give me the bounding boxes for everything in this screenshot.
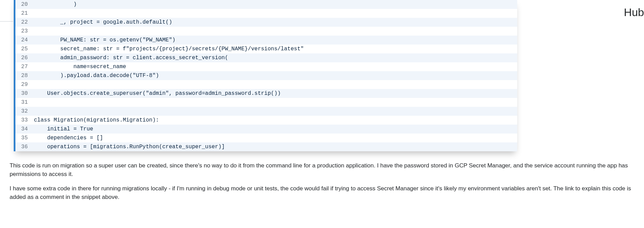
prose-paragraph: I have some extra code in there for runn… bbox=[10, 185, 634, 201]
code-line: 23 bbox=[15, 27, 517, 36]
line-text bbox=[32, 98, 34, 107]
line-number: 26 bbox=[15, 53, 32, 62]
line-number: 31 bbox=[15, 98, 32, 107]
line-number: 22 bbox=[15, 18, 32, 27]
code-line: 32 bbox=[15, 107, 517, 116]
code-line: 35 dependencies = [] bbox=[15, 134, 517, 142]
line-number: 25 bbox=[15, 45, 32, 53]
line-number: 34 bbox=[15, 125, 32, 134]
page-fragment-hub: Hub bbox=[624, 4, 644, 21]
line-text: _, project = google.auth.default() bbox=[32, 18, 172, 27]
line-text: initial = True bbox=[32, 125, 93, 134]
line-number: 35 bbox=[15, 134, 32, 142]
code-line: 26 admin_password: str = client.access_s… bbox=[15, 53, 517, 62]
line-text: ).payload.data.decode("UTF-8") bbox=[32, 71, 159, 80]
prose-paragraph: This code is run on migration so a super… bbox=[10, 162, 634, 178]
code-line: 33class Migration(migrations.Migration): bbox=[15, 116, 517, 125]
line-number: 32 bbox=[15, 107, 32, 116]
code-line: 24 PW_NAME: str = os.getenv("PW_NAME") bbox=[15, 36, 517, 45]
line-text: PW_NAME: str = os.getenv("PW_NAME") bbox=[32, 36, 175, 45]
line-text: dependencies = [] bbox=[32, 134, 103, 142]
line-number: 24 bbox=[15, 36, 32, 45]
code-line: 25 secret_name: str = f"projects/{projec… bbox=[15, 45, 517, 53]
code-line: 36 operations = [migrations.RunPython(cr… bbox=[15, 142, 517, 151]
code-line: 29 bbox=[15, 80, 517, 89]
article-prose: This code is run on migration so a super… bbox=[10, 162, 634, 202]
line-number: 30 bbox=[15, 89, 32, 98]
line-text: admin_password: str = client.access_secr… bbox=[32, 53, 228, 62]
code-line: 30 User.objects.create_superuser("admin"… bbox=[15, 89, 517, 98]
line-text: ) bbox=[32, 0, 77, 9]
decorative-border bbox=[0, 21, 13, 22]
line-text: secret_name: str = f"projects/{project}/… bbox=[32, 45, 304, 53]
line-number: 33 bbox=[15, 116, 32, 125]
line-text: name=secret_name bbox=[32, 62, 126, 71]
line-number: 28 bbox=[15, 71, 32, 80]
code-block: 20 )2122 _, project = google.auth.defaul… bbox=[14, 0, 517, 151]
code-line: 28 ).payload.data.decode("UTF-8") bbox=[15, 71, 517, 80]
line-text: class Migration(migrations.Migration): bbox=[32, 116, 159, 125]
code-line: 34 initial = True bbox=[15, 125, 517, 134]
code-line: 21 bbox=[15, 9, 517, 18]
line-number: 36 bbox=[15, 142, 32, 151]
code-line: 20 ) bbox=[15, 0, 517, 9]
line-text bbox=[32, 107, 34, 116]
line-text bbox=[32, 27, 34, 36]
line-number: 23 bbox=[15, 27, 32, 36]
line-number: 21 bbox=[15, 9, 32, 18]
line-number: 20 bbox=[15, 0, 32, 9]
line-text bbox=[32, 80, 34, 89]
line-text: User.objects.create_superuser("admin", p… bbox=[32, 89, 281, 98]
line-text: operations = [migrations.RunPython(creat… bbox=[32, 142, 225, 151]
code-line: 27 name=secret_name bbox=[15, 62, 517, 71]
line-number: 27 bbox=[15, 62, 32, 71]
code-line: 31 bbox=[15, 98, 517, 107]
code-line: 22 _, project = google.auth.default() bbox=[15, 18, 517, 27]
line-text bbox=[32, 9, 34, 18]
line-number: 29 bbox=[15, 80, 32, 89]
